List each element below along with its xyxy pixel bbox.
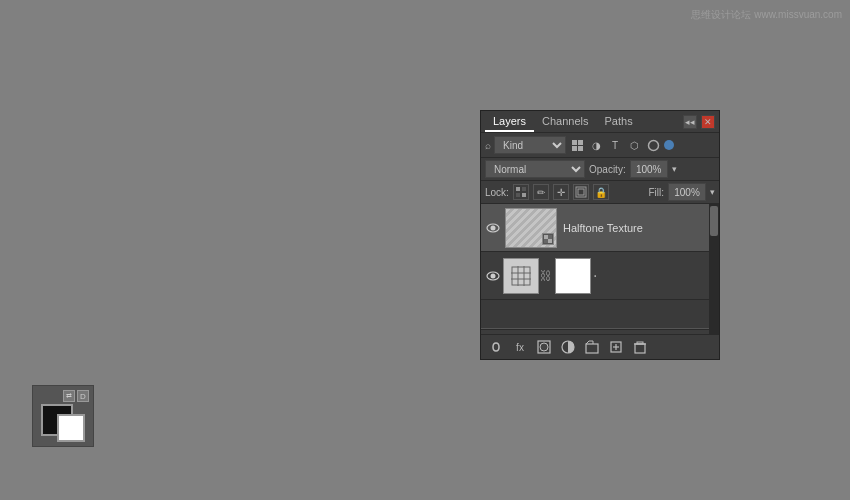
tab-layers[interactable]: Layers [485, 112, 534, 132]
fill-value[interactable]: 100% [668, 183, 706, 201]
type-filter-icon[interactable]: T [607, 137, 623, 153]
fill-arrow-icon: ▾ [710, 187, 715, 197]
svg-rect-33 [637, 342, 643, 344]
layer-options-icon: · [593, 267, 597, 285]
svg-rect-27 [586, 344, 598, 353]
panel-header: Layers Channels Paths ◂◂ ✕ [481, 111, 719, 133]
panel-header-controls: ◂◂ ✕ [683, 115, 715, 129]
svg-rect-3 [578, 146, 583, 151]
lock-all-button[interactable]: 🔒 [593, 184, 609, 200]
svg-point-12 [491, 225, 496, 230]
fill-label: Fill: [648, 187, 664, 198]
tab-channels[interactable]: Channels [534, 112, 596, 132]
layers-items-container: Halftone Texture ⛓ [481, 204, 709, 334]
opacity-value[interactable]: 100% [630, 160, 668, 178]
svg-rect-2 [572, 146, 577, 151]
lock-transparent-pixels-button[interactable] [513, 184, 529, 200]
layers-panel: Layers Channels Paths ◂◂ ✕ ⌕ Kind ◑ T ⬡ … [480, 110, 720, 360]
empty-layer-space [481, 300, 709, 330]
new-group-button[interactable] [583, 338, 601, 356]
svg-rect-1 [578, 140, 583, 145]
blend-mode-select[interactable]: Normal [485, 160, 585, 178]
layer-thumbnail [505, 208, 557, 248]
svg-rect-0 [572, 140, 577, 145]
link-layers-button[interactable] [487, 338, 505, 356]
tool-panel-icons: ⇄ D [63, 390, 89, 402]
layer-item[interactable]: ⛓ · [481, 252, 709, 300]
lock-image-pixels-button[interactable]: ✏ [533, 184, 549, 200]
layers-scrollbar-thumb[interactable] [710, 206, 718, 236]
collapse-panel-button[interactable]: ◂◂ [683, 115, 697, 129]
layer-mask-thumbnail [555, 258, 591, 294]
close-panel-button[interactable]: ✕ [701, 115, 715, 129]
svg-rect-31 [635, 344, 645, 353]
lock-artboards-button[interactable] [573, 184, 589, 200]
layer-pattern-thumbnail [503, 258, 539, 294]
layer-visibility-toggle[interactable] [483, 223, 503, 233]
layer-item[interactable]: Halftone Texture [481, 204, 709, 252]
svg-point-25 [540, 343, 548, 351]
svg-rect-7 [522, 187, 526, 191]
delete-layer-button[interactable] [631, 338, 649, 356]
svg-rect-23 [512, 267, 530, 285]
background-color[interactable] [57, 414, 85, 442]
smart-filter-icon[interactable] [645, 137, 661, 153]
search-icon: ⌕ [485, 140, 491, 151]
panel-footer: fx [481, 334, 719, 359]
adjustment-filter-icon[interactable]: ◑ [588, 137, 604, 153]
panel-tabs: Layers Channels Paths [485, 112, 683, 132]
layer-name: Halftone Texture [559, 222, 707, 234]
svg-rect-13 [544, 235, 548, 239]
layers-list: Halftone Texture ⛓ [481, 204, 719, 334]
svg-rect-15 [548, 235, 552, 239]
new-layer-button[interactable] [607, 338, 625, 356]
more-filter-icon[interactable] [664, 140, 674, 150]
shape-filter-icon[interactable]: ⬡ [626, 137, 642, 153]
color-squares [41, 404, 85, 442]
svg-point-4 [648, 140, 658, 150]
lock-position-button[interactable]: ✛ [553, 184, 569, 200]
svg-rect-14 [548, 239, 552, 243]
svg-rect-10 [578, 189, 584, 195]
filter-toolbar: ⌕ Kind ◑ T ⬡ [481, 133, 719, 158]
add-mask-button[interactable] [535, 338, 553, 356]
svg-rect-6 [522, 193, 526, 197]
new-fill-adjustment-button[interactable] [559, 338, 577, 356]
opacity-label: Opacity: [589, 164, 626, 175]
kind-select[interactable]: Kind [494, 136, 566, 154]
layer-style-button[interactable]: fx [511, 338, 529, 356]
layers-scrollbar[interactable] [709, 204, 719, 334]
pixel-filter-icon[interactable] [569, 137, 585, 153]
watermark: 思维设计论坛 www.missvuan.com [691, 8, 842, 22]
svg-point-18 [491, 273, 496, 278]
opacity-arrow-icon: ▾ [672, 164, 677, 174]
swap-colors-icon[interactable]: ⇄ [63, 390, 75, 402]
tool-panel: ⇄ D [32, 385, 94, 447]
svg-rect-8 [516, 193, 520, 197]
blend-opacity-row: Normal Opacity: 100% ▾ [481, 158, 719, 181]
tab-paths[interactable]: Paths [597, 112, 641, 132]
layer-link-icon: ⛓ [539, 269, 553, 283]
svg-rect-16 [544, 239, 548, 243]
layer-visibility-toggle[interactable] [483, 271, 503, 281]
lock-label: Lock: [485, 187, 509, 198]
lock-row: Lock: ✏ ✛ 🔒 Fill: 100% ▾ [481, 181, 719, 204]
svg-rect-5 [516, 187, 520, 191]
default-colors-icon[interactable]: D [77, 390, 89, 402]
